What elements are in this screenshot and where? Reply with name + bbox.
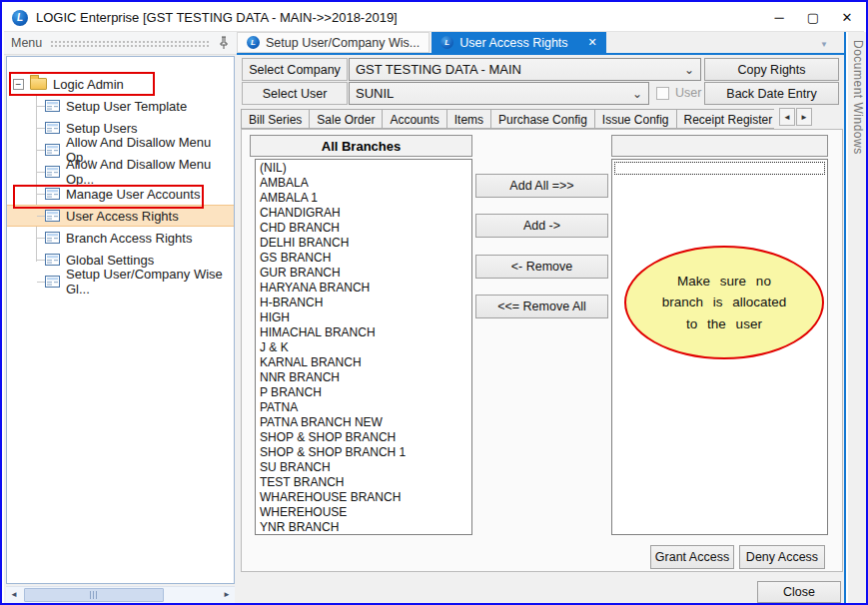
grant-access-button[interactable]: Grant Access	[650, 545, 734, 569]
branch-item[interactable]: J & K	[260, 340, 471, 355]
tree-item-user-access-rights[interactable]: User Access Rights	[7, 205, 234, 227]
config-tab[interactable]: Receipt Register	[676, 109, 774, 129]
branch-item[interactable]: P BRANCH	[260, 385, 471, 400]
tree-item-label: Setup User/Company Wise Gl...	[66, 267, 234, 297]
form-icon	[45, 122, 60, 134]
tree-root-logic-admin[interactable]: − Logic Admin	[7, 73, 234, 95]
form-icon	[45, 166, 60, 178]
close-button[interactable]: Close	[757, 581, 841, 603]
branch-item[interactable]: PATNA BRANCH NEW	[260, 415, 471, 430]
user-checkbox-label: User	[675, 86, 701, 100]
scroll-right-icon[interactable]: ►	[219, 587, 235, 603]
user-combobox[interactable]: SUNIL ⌄	[349, 82, 649, 105]
config-tab[interactable]: Purchase Config	[490, 109, 595, 129]
empty-selection-row[interactable]	[614, 162, 825, 175]
user-checkbox[interactable]	[656, 87, 669, 100]
branch-item[interactable]: GS BRANCH	[260, 251, 471, 266]
maximize-button[interactable]: ▢	[796, 4, 830, 32]
branches-tab-page: All Branches (NIL) AMBALA AMBALA 1 CHAND…	[241, 129, 843, 572]
branch-item[interactable]: AMBALA 1	[260, 191, 471, 206]
annotation-ellipse: Make sure no branch is allocated to the …	[624, 246, 824, 359]
tab-scroll-left-icon[interactable]: ◄	[779, 108, 795, 126]
tab-setup-user-company[interactable]: L Setup User/Company Wis...	[237, 32, 430, 53]
add-button[interactable]: Add ->	[475, 214, 608, 238]
app-window: L LOGIC Enterprise [GST TESTING DATA - M…	[0, 0, 868, 605]
branch-item[interactable]: TEST BRANCH	[260, 475, 471, 490]
branch-item[interactable]: CHANDIGRAH	[260, 206, 471, 221]
tree-item-label: Setup Users	[66, 121, 138, 136]
add-all-button[interactable]: Add All =>>	[475, 174, 608, 198]
branch-item[interactable]: WHEREHOUSE	[260, 505, 471, 520]
branch-item[interactable]: YNR BRANCH	[260, 520, 471, 535]
back-date-entry-button[interactable]: Back Date Entry	[704, 82, 839, 105]
tree-root-label: Logic Admin	[53, 77, 124, 92]
tab-close-icon[interactable]: ✕	[588, 36, 597, 49]
tab-scroll-buttons: ◄ ►	[779, 108, 812, 126]
scroll-left-icon[interactable]: ◄	[6, 587, 22, 603]
tree-item-label: User Access Rights	[66, 209, 179, 224]
config-tab[interactable]: Bill Series	[241, 109, 310, 129]
title-bar: L LOGIC Enterprise [GST TESTING DATA - M…	[4, 4, 864, 32]
tree-item[interactable]: Setup User/Company Wise Gl...	[7, 271, 234, 293]
branch-item[interactable]: SHOP & SHOP BRANCH	[260, 430, 471, 445]
deny-access-button[interactable]: Deny Access	[739, 545, 825, 569]
horizontal-scrollbar[interactable]: ◄ ►	[6, 586, 235, 603]
close-window-button[interactable]: ✕	[830, 4, 864, 32]
tree-item[interactable]: Manage User Accounts	[7, 183, 234, 205]
branch-item[interactable]: (NIL)	[260, 161, 471, 176]
config-tab[interactable]: Items	[446, 109, 491, 129]
scrollbar-thumb[interactable]	[24, 588, 164, 602]
panel-grip-texture	[50, 40, 210, 49]
tree-item-label: Setup User Template	[66, 99, 187, 114]
chevron-down-icon[interactable]: ⌄	[684, 66, 694, 74]
branch-item[interactable]: PATNA	[260, 400, 471, 415]
select-user-label: Select User	[242, 82, 348, 105]
branch-item[interactable]: H-BRANCH	[260, 296, 471, 310]
branch-item[interactable]: AMBALA	[260, 176, 471, 191]
pin-icon[interactable]	[218, 36, 230, 50]
branch-item[interactable]: HIMACHAL BRANCH	[260, 325, 471, 340]
tab-scroll-right-icon[interactable]: ►	[796, 108, 812, 126]
company-value: GST TESTING DATA - MAIN	[356, 62, 521, 77]
config-tab-strip: Bill Series Sale Order Accounts Items Pu…	[241, 106, 774, 129]
config-tab[interactable]: Sale Order	[309, 109, 383, 129]
branch-item[interactable]: CHD BRANCH	[260, 221, 471, 236]
remove-button[interactable]: <- Remove	[475, 255, 608, 279]
document-windows-label: Document Windows	[851, 40, 865, 155]
branch-item[interactable]: HARYANA BRANCH	[260, 281, 471, 296]
tree-item[interactable]: Setup User Template	[7, 95, 234, 117]
branch-item[interactable]: DELHI BRANCH	[260, 236, 471, 251]
all-branches-list[interactable]: (NIL) AMBALA AMBALA 1 CHANDIGRAH CHD BRA…	[255, 159, 472, 535]
scrollbar-track[interactable]	[22, 587, 219, 603]
branch-item[interactable]: GUR BRANCH	[260, 266, 471, 281]
tree-item[interactable]: Branch Access Rights	[7, 227, 234, 249]
user-checkbox-group: User	[656, 86, 701, 100]
form-icon	[45, 188, 60, 200]
config-tab[interactable]: Accounts	[382, 109, 446, 129]
tree-item[interactable]: Allow And Disallow Menu Op...	[7, 161, 234, 183]
minimize-button[interactable]: ─	[762, 4, 796, 32]
company-combobox[interactable]: GST TESTING DATA - MAIN ⌄	[349, 58, 701, 81]
branch-item[interactable]: WHAREHOUSE BRANCH	[260, 490, 471, 505]
branch-item[interactable]: HIGH	[260, 310, 471, 325]
tree-item-label: Branch Access Rights	[66, 231, 192, 246]
config-tab[interactable]: Issue Config	[594, 109, 677, 129]
branch-item[interactable]: SHOP & SHOP BRANCH 1	[260, 445, 471, 460]
remove-all-button[interactable]: <<= Remove All	[475, 295, 608, 318]
branch-item[interactable]: SU BRANCH	[260, 460, 471, 475]
branch-item[interactable]: NNR BRANCH	[260, 370, 471, 385]
document-windows-strip[interactable]: Document Windows	[848, 32, 868, 605]
collapse-icon[interactable]: −	[13, 79, 24, 90]
thumb-grip-icon	[90, 591, 99, 599]
copy-rights-button[interactable]: Copy Rights	[704, 58, 839, 81]
form-icon	[45, 276, 60, 288]
document-area: L Setup User/Company Wis... L User Acces…	[237, 32, 846, 605]
document-tab-bar: L Setup User/Company Wis... L User Acces…	[237, 32, 844, 53]
tab-user-access-rights[interactable]: L User Access Rights ✕	[432, 32, 606, 53]
window-title: LOGIC Enterprise [GST TESTING DATA - MAI…	[36, 10, 398, 25]
tab-list-dropdown-icon[interactable]: ▼	[820, 40, 828, 49]
chevron-down-icon[interactable]: ⌄	[632, 90, 642, 98]
branch-item[interactable]: KARNAL BRANCH	[260, 355, 471, 370]
form-icon	[45, 210, 60, 222]
tree-items-before: Setup User Template Setup Users	[7, 95, 234, 205]
